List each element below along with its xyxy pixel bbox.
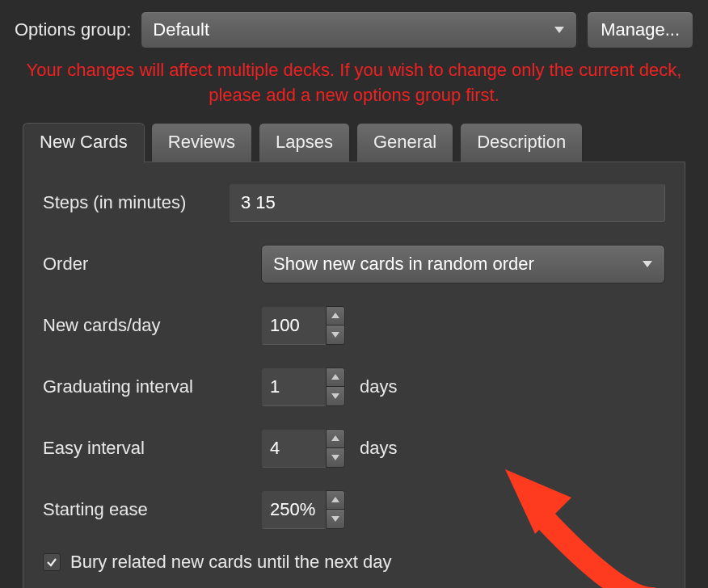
starting-ease-label: Starting ease bbox=[43, 499, 229, 520]
stepper-up-button[interactable] bbox=[327, 307, 344, 326]
new-cards-day-label: New cards/day bbox=[43, 315, 229, 336]
svg-marker-2 bbox=[331, 313, 339, 318]
graduating-interval-unit: days bbox=[360, 376, 397, 397]
easy-interval-label: Easy interval bbox=[43, 438, 229, 459]
stepper-up-button[interactable] bbox=[327, 430, 344, 448]
steps-input[interactable] bbox=[229, 183, 665, 222]
easy-interval-input[interactable] bbox=[261, 429, 326, 468]
svg-marker-0 bbox=[554, 27, 564, 33]
chevron-down-icon bbox=[554, 26, 565, 34]
svg-marker-7 bbox=[331, 455, 339, 460]
svg-marker-3 bbox=[331, 332, 339, 338]
stepper-down-button[interactable] bbox=[327, 509, 344, 528]
new-cards-day-input[interactable] bbox=[261, 306, 326, 345]
svg-marker-5 bbox=[331, 393, 339, 399]
stepper-up-button[interactable] bbox=[327, 368, 344, 387]
tab-new-cards[interactable]: New Cards bbox=[23, 123, 145, 162]
tab-general[interactable]: General bbox=[356, 123, 453, 162]
options-group-select-value: Default bbox=[153, 19, 209, 40]
options-group-select[interactable]: Default bbox=[141, 11, 577, 48]
svg-marker-4 bbox=[331, 374, 339, 380]
tab-lapses[interactable]: Lapses bbox=[259, 123, 350, 162]
order-select[interactable]: Show new cards in random order bbox=[261, 245, 665, 284]
check-icon bbox=[46, 556, 57, 568]
stepper-down-button[interactable] bbox=[327, 447, 344, 467]
chevron-down-icon bbox=[642, 260, 653, 268]
manage-button[interactable]: Manage... bbox=[587, 11, 693, 48]
svg-marker-1 bbox=[643, 261, 652, 267]
warning-text: Your changes will affect multiple decks.… bbox=[23, 58, 685, 108]
easy-interval-unit: days bbox=[360, 438, 397, 459]
steps-label: Steps (in minutes) bbox=[43, 192, 229, 213]
tab-reviews[interactable]: Reviews bbox=[151, 123, 252, 162]
stepper-down-button[interactable] bbox=[327, 386, 344, 405]
manage-button-label: Manage... bbox=[601, 19, 680, 40]
svg-marker-8 bbox=[331, 497, 339, 502]
bury-checkbox-label: Bury related new cards until the next da… bbox=[70, 552, 391, 573]
new-cards-panel: Steps (in minutes) Order Show new cards … bbox=[23, 162, 685, 588]
tab-description[interactable]: Description bbox=[460, 123, 583, 162]
svg-marker-9 bbox=[331, 516, 339, 522]
stepper-down-button[interactable] bbox=[327, 325, 344, 344]
graduating-interval-label: Graduating interval bbox=[43, 376, 229, 397]
starting-ease-input[interactable] bbox=[261, 490, 326, 529]
order-label: Order bbox=[43, 254, 229, 275]
options-group-label: Options group: bbox=[15, 19, 131, 40]
svg-marker-6 bbox=[331, 435, 339, 441]
graduating-interval-input[interactable] bbox=[261, 368, 326, 406]
order-select-value: Show new cards in random order bbox=[273, 254, 534, 275]
stepper-up-button[interactable] bbox=[327, 491, 344, 510]
bury-checkbox[interactable] bbox=[43, 553, 61, 571]
